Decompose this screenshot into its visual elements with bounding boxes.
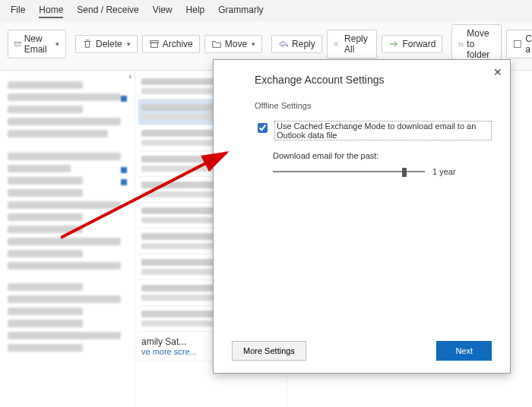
create-icon xyxy=(513,39,522,49)
menu-bar: File Home Send / Receive View Help Gramm… xyxy=(0,0,532,21)
sidebar-item[interactable] xyxy=(8,130,108,137)
move-button[interactable]: Move ▾ xyxy=(204,35,262,53)
exchange-settings-dialog: ✕ Exchange Account Settings Offline Sett… xyxy=(213,59,511,374)
sidebar-item[interactable] xyxy=(8,262,121,270)
folder-icon xyxy=(458,39,464,49)
archive-label: Archive xyxy=(163,39,193,49)
sidebar-item[interactable] xyxy=(8,153,121,160)
sidebar-item[interactable] xyxy=(8,165,71,172)
sidebar-item[interactable] xyxy=(8,344,83,352)
forward-label: Forward xyxy=(402,39,435,49)
sidebar-item[interactable] xyxy=(8,118,121,125)
svg-rect-3 xyxy=(515,41,521,48)
cached-mode-checkbox[interactable] xyxy=(258,123,268,133)
mail-icon xyxy=(14,39,21,49)
menu-file[interactable]: File xyxy=(11,5,25,18)
sidebar-item[interactable] xyxy=(8,81,83,89)
menu-grammarly[interactable]: Grammarly xyxy=(218,5,263,18)
folder-sidebar: ‹ xyxy=(0,71,135,407)
reply-all-label: Reply All xyxy=(344,33,370,55)
forward-icon xyxy=(388,39,399,49)
move-label: Move xyxy=(225,39,247,49)
download-past-label: Download email for the past: xyxy=(273,151,492,160)
download-past-value: 1 year xyxy=(432,167,456,176)
sidebar-item[interactable] xyxy=(8,283,83,291)
trash-icon xyxy=(82,39,93,49)
sidebar-item[interactable] xyxy=(8,93,121,101)
sidebar-item[interactable] xyxy=(8,213,83,221)
sidebar-item[interactable] xyxy=(8,201,121,209)
svg-rect-2 xyxy=(150,43,157,47)
new-email-button[interactable]: New Email ▾ xyxy=(8,30,66,58)
next-button[interactable]: Next xyxy=(436,341,492,361)
sidebar-item[interactable] xyxy=(8,295,121,303)
sidebar-item[interactable] xyxy=(8,106,83,113)
new-email-label: New Email xyxy=(24,33,51,55)
delete-label: Delete xyxy=(96,39,122,49)
sidebar-item[interactable] xyxy=(8,226,83,233)
reply-all-button[interactable]: Reply All xyxy=(327,30,378,58)
sidebar-item[interactable] xyxy=(8,250,83,257)
create-label: Create a xyxy=(525,33,532,55)
archive-icon xyxy=(149,39,160,49)
menu-home[interactable]: Home xyxy=(39,5,63,18)
close-icon[interactable]: ✕ xyxy=(493,66,502,78)
dialog-title: Exchange Account Settings xyxy=(255,74,492,86)
create-button[interactable]: Create a xyxy=(506,30,532,58)
reply-icon xyxy=(278,39,289,49)
archive-button[interactable]: Archive xyxy=(142,35,200,53)
chevron-down-icon: ▾ xyxy=(55,40,59,48)
download-past-slider[interactable] xyxy=(273,166,425,177)
sidebar-item[interactable] xyxy=(8,308,83,315)
sidebar-item[interactable] xyxy=(8,320,83,327)
delete-button[interactable]: Delete ▾ xyxy=(75,35,138,53)
reply-label: Reply xyxy=(292,39,315,49)
more-settings-button[interactable]: More Settings xyxy=(232,341,306,361)
menu-view[interactable]: View xyxy=(153,5,173,18)
forward-button[interactable]: Forward xyxy=(382,35,442,53)
sidebar-item[interactable] xyxy=(8,189,83,197)
collapse-icon[interactable]: ‹ xyxy=(129,72,131,80)
move-to-folder-button[interactable]: Move to folder xyxy=(451,24,502,64)
reply-all-icon xyxy=(334,39,341,49)
menu-sendreceive[interactable]: Send / Receive xyxy=(77,5,138,18)
folder-move-icon xyxy=(211,39,222,49)
chevron-down-icon: ▾ xyxy=(127,40,131,48)
sidebar-item[interactable] xyxy=(8,332,121,339)
cached-mode-label[interactable]: Use Cached Exchange Mode to download ema… xyxy=(274,121,492,140)
move-to-folder-label: Move to folder xyxy=(467,28,495,60)
dialog-section-label: Offline Settings xyxy=(255,101,492,110)
sidebar-item[interactable] xyxy=(8,238,121,245)
menu-help[interactable]: Help xyxy=(186,5,205,18)
sidebar-item[interactable] xyxy=(8,177,83,185)
chevron-down-icon: ▾ xyxy=(252,40,255,48)
reply-button[interactable]: Reply xyxy=(271,35,322,53)
